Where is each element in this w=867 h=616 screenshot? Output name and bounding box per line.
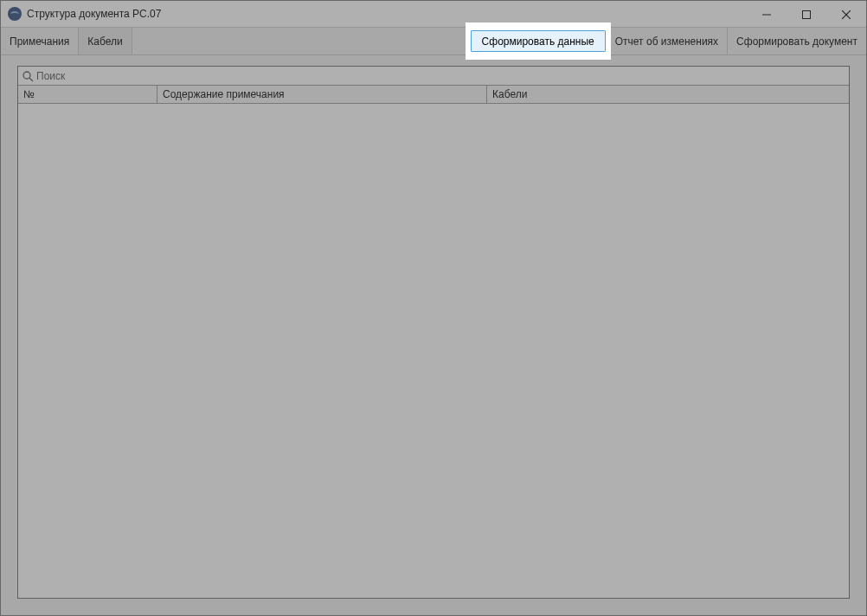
tab-notes[interactable]: Примечания (1, 28, 79, 55)
app-icon (8, 7, 22, 21)
search-icon (22, 70, 34, 82)
minimize-button[interactable] (747, 1, 787, 28)
column-header-number[interactable]: № (18, 86, 157, 103)
form-data-button[interactable]: Сформировать данные (471, 30, 606, 52)
search-row (18, 67, 849, 86)
search-input[interactable] (36, 70, 845, 82)
form-data-highlight: Сформировать данные (471, 28, 606, 55)
column-header-content[interactable]: Содержание примечания (157, 86, 487, 103)
app-window: Структура документа РС.07 Примечания Каб… (0, 0, 867, 616)
table-body (18, 104, 849, 598)
tab-cables[interactable]: Кабели (79, 28, 132, 55)
column-header-cables[interactable]: Кабели (487, 86, 849, 103)
change-report-button[interactable]: Отчет об изменениях (606, 28, 727, 55)
svg-rect-1 (803, 10, 811, 18)
close-icon (842, 10, 851, 19)
window-controls (747, 1, 866, 27)
form-document-button[interactable]: Сформировать документ (727, 28, 866, 55)
svg-point-4 (23, 72, 30, 79)
table-header: № Содержание примечания Кабели (18, 86, 849, 104)
toolbar: Примечания Кабели Сформировать данные От… (1, 28, 866, 55)
svg-line-5 (29, 78, 33, 81)
content-area: № Содержание примечания Кабели (17, 66, 850, 599)
window-title: Структура документа РС.07 (27, 8, 747, 20)
toolbar-spacer (132, 28, 471, 55)
close-button[interactable] (826, 1, 866, 28)
tabs: Примечания Кабели (1, 28, 132, 55)
titlebar: Структура документа РС.07 (1, 1, 866, 28)
maximize-icon (802, 10, 811, 19)
maximize-button[interactable] (787, 1, 826, 28)
minimize-icon (762, 10, 771, 19)
